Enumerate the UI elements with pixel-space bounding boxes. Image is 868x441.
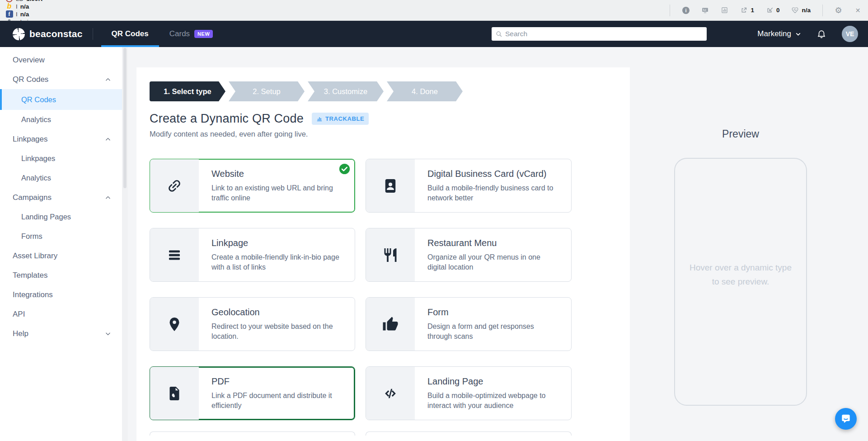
seo-action-info[interactable]: i (682, 6, 690, 14)
step-2-setup[interactable]: 2. Setup (229, 81, 305, 101)
card-text: Landing PageBuild a mobile-optimized web… (415, 367, 571, 420)
tab-label: QR Codes (112, 29, 149, 38)
card-text: FormDesign a form and get responses thro… (415, 298, 571, 351)
sidebar-item-label: Analytics (21, 115, 51, 124)
card-title: Landing Page (427, 375, 559, 388)
card-description: Link to an existing web URL and bring tr… (211, 183, 343, 203)
content-panel: 1. Select type2. Setup3. Customize4. Don… (136, 67, 630, 441)
sidebar-item-linkpages[interactable]: Linkpages (0, 129, 122, 149)
notifications-bell-icon[interactable] (816, 28, 826, 39)
seo-metric-value: 0 (776, 7, 780, 14)
qr-type-card-website[interactable]: WebsiteLink to an existing web URL and b… (150, 159, 355, 213)
bars-icon (166, 247, 183, 263)
wizard-stepper: 1. Select type2. Setup3. Customize4. Don… (150, 81, 630, 101)
chart-icon (721, 6, 728, 14)
sidebar-item-label: QR Codes (21, 95, 56, 104)
card-icon-panel (150, 159, 199, 212)
sidebar-item-label: Landing Pages (21, 213, 71, 221)
title-row: Create a Dynamic QR Code TRACKABLE (150, 112, 630, 126)
workspace-label: Marketing (757, 29, 791, 38)
sidebar-item-label: Linkpages (21, 154, 55, 163)
global-search (492, 27, 707, 41)
new-badge: NEW (194, 30, 213, 38)
seo-action-internal-link[interactable]: 0 (766, 6, 780, 14)
sidebar-item-forms[interactable]: Forms (0, 227, 122, 246)
sidebar-item-label: Templates (13, 271, 47, 280)
tab-qr-codes[interactable]: QR Codes (101, 21, 159, 47)
step-1-select-type[interactable]: 1. Select type (150, 81, 225, 101)
beaconstac-logo-icon (13, 28, 25, 40)
sidebar-item-asset-library[interactable]: Asset Library (0, 246, 122, 266)
sidebar-item-label: Forms (21, 232, 42, 241)
sidebar-item-qr-codes[interactable]: QR Codes (0, 70, 122, 89)
step-label: 4. Done (412, 87, 438, 96)
workspace-switcher[interactable]: Marketing (757, 29, 801, 38)
seo-metric-label: I (16, 3, 18, 10)
qr-type-card-digital-business-card-vcard-[interactable]: Digital Business Card (vCard)Build a mob… (366, 159, 572, 213)
step-3-customize[interactable]: 3. Customize (308, 81, 384, 101)
seo-action-close[interactable]: ✕ (854, 6, 862, 14)
card-text: Restaurant MenuOrganize all your QR menu… (415, 228, 571, 281)
display-icon (701, 6, 709, 14)
card-icon-panel (150, 367, 199, 420)
qr-type-card-geolocation[interactable]: GeolocationRedirect to your website base… (150, 297, 355, 351)
sidebar-item-landing-pages[interactable]: Landing Pages (0, 207, 122, 227)
restaurant-icon (382, 247, 399, 263)
chevron-up-icon[interactable] (105, 136, 111, 142)
card-title: Form (427, 306, 559, 318)
qr-type-card-landing-page[interactable]: Landing PageBuild a mobile-optimized web… (366, 366, 572, 420)
app-navbar: beaconstac QR Codes Cards NEW Marketing … (0, 21, 868, 47)
chevron-up-icon[interactable] (105, 194, 111, 201)
sidebar-item-campaigns[interactable]: Campaigns (0, 188, 122, 207)
card-icon-panel (150, 298, 199, 351)
seo-metric-I[interactable]: bIn/a (5, 3, 49, 10)
code-icon (382, 385, 399, 402)
seo-metric-value: n/a (802, 7, 811, 14)
qr-type-card-restaurant-menu[interactable]: Restaurant MenuOrganize all your QR menu… (366, 228, 572, 282)
qr-type-card-linkpage[interactable]: LinkpageCreate a mobile-friendly link-in… (150, 228, 355, 282)
seo-action-chart[interactable] (721, 6, 728, 14)
qr-type-card-partial[interactable] (366, 432, 572, 436)
card-text: LinkpageCreate a mobile-friendly link-in… (199, 228, 355, 281)
seo-metric-value: 1 (751, 7, 754, 14)
sidebar-item-templates[interactable]: Templates (0, 266, 122, 285)
step-label: 2. Setup (253, 87, 280, 96)
search-input[interactable] (505, 30, 703, 38)
qr-type-card-partial[interactable] (150, 432, 355, 436)
chevron-down-icon[interactable] (105, 331, 111, 337)
seo-action-display[interactable] (701, 6, 709, 14)
sidebar-scrollbar[interactable] (122, 47, 128, 441)
card-icon-panel (366, 159, 415, 212)
chat-launcher-button[interactable] (835, 408, 857, 430)
card-icon-panel (366, 228, 415, 281)
tab-cards[interactable]: Cards NEW (159, 21, 224, 47)
beaconstac-logo[interactable]: beaconstac (0, 28, 83, 40)
qr-type-card-form[interactable]: FormDesign a form and get responses thro… (366, 297, 572, 351)
sidebar-item-api[interactable]: API (0, 304, 122, 324)
sidebar-item-integrations[interactable]: Integrations (0, 285, 122, 304)
internal-link-icon (766, 6, 774, 14)
card-description: Create a mobile-friendly link-in-bio pag… (211, 252, 343, 272)
scrollbar-thumb[interactable] (123, 48, 127, 188)
card-icon-panel (366, 298, 415, 351)
heart-icon (791, 6, 799, 14)
seo-action-external-link[interactable]: 1 (740, 6, 754, 14)
user-avatar[interactable]: VE (842, 26, 858, 42)
toolbar-divider (670, 5, 670, 16)
sidebar-item-qr-codes[interactable]: QR Codes (0, 89, 122, 110)
sidebar-item-analytics[interactable]: Analytics (0, 110, 122, 129)
sidebar-item-analytics[interactable]: Analytics (0, 168, 122, 188)
card-text: Digital Business Card (vCard)Build a mob… (415, 159, 571, 212)
seo-action-gear[interactable]: ⚙ (835, 6, 842, 14)
seo-metric-I[interactable]: fIn/a (5, 10, 49, 18)
sidebar-item-overview[interactable]: Overview (0, 50, 122, 70)
sidebar-item-linkpages[interactable]: Linkpages (0, 149, 122, 168)
sidebar-item-help[interactable]: Help (0, 324, 122, 343)
step-4-done[interactable]: 4. Done (387, 81, 463, 101)
preview-title: Preview (674, 128, 807, 140)
page-subtitle: Modify content as needed, even after goi… (150, 130, 630, 138)
qr-type-card-pdf[interactable]: PDFLink a PDF document and distribute it… (150, 366, 355, 420)
bar-chart-icon (316, 116, 323, 122)
chevron-up-icon[interactable] (105, 76, 111, 83)
seo-action-heart[interactable]: n/a (791, 6, 811, 14)
